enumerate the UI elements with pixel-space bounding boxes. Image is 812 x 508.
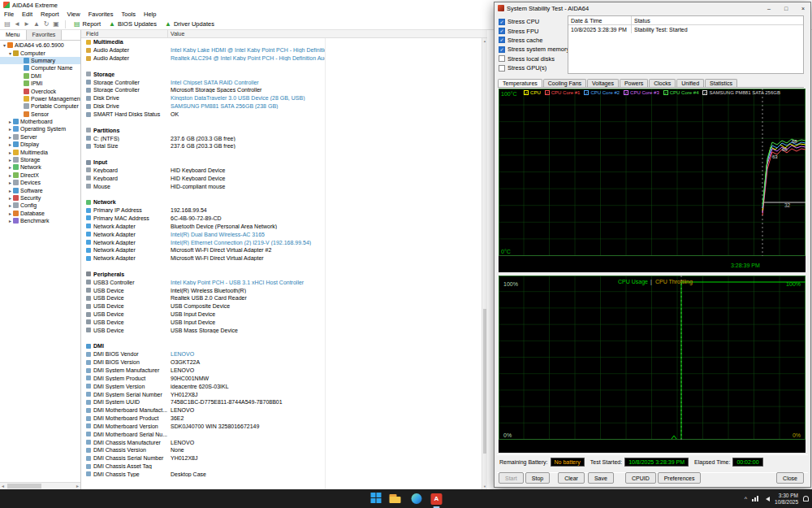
tree-item-motherboard[interactable]: ▸Motherboard (0, 118, 80, 125)
print-icon[interactable]: ▣ (51, 20, 61, 28)
collapsed-icon[interactable]: ▸ (7, 195, 13, 201)
table-row[interactable]: Audio AdapterRealtek ALC294 @ Intel Kaby… (81, 54, 482, 63)
tray-chevron-icon[interactable]: ^ (745, 496, 747, 501)
stress-option-stress-cache[interactable]: ✓Stress cache (499, 36, 569, 45)
table-row[interactable]: DMI Chassis Asset Tag (81, 462, 482, 471)
menu-view[interactable]: View (63, 11, 84, 18)
tree-item-multimedia[interactable]: ▸Multimedia (0, 148, 80, 155)
tree-item-software[interactable]: ▸Software (0, 186, 80, 193)
value-cell[interactable]: Kingston DataTraveler 3.0 USB Device (28… (168, 95, 325, 101)
table-row[interactable]: Network AdapterIntel(R) Dual Band Wirele… (81, 230, 482, 238)
tree-item-directx[interactable]: ▸DirectX (0, 172, 80, 179)
table-row[interactable]: MouseHID-compliant mouse (81, 182, 482, 190)
table-row[interactable]: Disk DriveKingston DataTraveler 3.0 USB … (81, 94, 482, 102)
table-row[interactable]: DMI System UUID7458C1BC-D775E811-8744A54… (81, 398, 482, 406)
legend-checkbox-icon[interactable]: ✓ (524, 90, 529, 95)
legend-checkbox-icon[interactable]: ✓ (584, 90, 589, 95)
table-row[interactable]: DMI System ManufacturerLENOVO (81, 367, 482, 375)
table-row[interactable]: DMI Motherboard VersionSDK0J40700 WIN 32… (81, 423, 482, 431)
stress-option-stress-system-memory[interactable]: ✓Stress system memory (499, 45, 569, 54)
toolbar-driver-updates-button[interactable]: ▲Driver Updates (161, 20, 218, 28)
legend-checkbox-icon[interactable]: ✓ (663, 90, 668, 95)
file-icon[interactable]: ▤ (2, 20, 12, 28)
tree-item-operating-system[interactable]: ▸Operating System (0, 125, 80, 132)
table-row[interactable]: C: (NTFS)237.6 GB (203.3 GB free) (81, 134, 482, 142)
tree-item-computer[interactable]: ▾Computer (0, 49, 80, 56)
toolbar-bios-updates-button[interactable]: ▲BIOS Updates (105, 20, 161, 28)
table-row[interactable]: Total Size237.6 GB (203.3 GB free) (81, 142, 482, 150)
checkbox-checked-icon[interactable]: ✓ (499, 37, 505, 43)
tree-item-database[interactable]: ▸Database (0, 210, 80, 217)
table-row[interactable]: USB DeviceUSB Input Device (81, 319, 482, 327)
menu-favorites[interactable]: Favorites (84, 11, 118, 18)
legend-checkbox-icon[interactable]: ✓ (702, 90, 707, 95)
tree-item-display[interactable]: ▸Display (0, 141, 80, 148)
value-cell[interactable]: Intel Kaby Lake HDMI @ Intel Kaby Point … (168, 47, 325, 53)
table-row[interactable]: Network AdapterBluetooth Device (Persona… (81, 222, 482, 230)
start-taskbar-icon[interactable] (369, 493, 382, 506)
table-row[interactable]: USB DeviceRealtek USB 2.0 Card Reader (81, 294, 482, 302)
cpuid-button[interactable]: CPUID (625, 472, 656, 484)
table-row[interactable]: USB DeviceUSB Mass Storage Device (81, 326, 482, 334)
table-row[interactable]: USB3 ControllerIntel Kaby Point PCH - US… (81, 278, 482, 286)
table-row[interactable]: DMI Motherboard Manufact...LENOVO (81, 406, 482, 415)
volume-icon[interactable] (763, 497, 770, 501)
value-column-header[interactable]: Value (168, 30, 487, 37)
table-row[interactable]: Network AdapterIntel(R) Ethernet Connect… (81, 238, 482, 246)
table-row[interactable]: SMART Hard Disks StatusOK (81, 111, 482, 119)
collapsed-icon[interactable]: ▸ (7, 202, 13, 208)
collapsed-icon[interactable]: ▸ (7, 211, 13, 216)
value-cell[interactable]: Intel(R) Dual Band Wireless-AC 3165 (168, 232, 325, 237)
tree-item-aida64-v6-60-5900[interactable]: ▾AIDA64 v6.60.5900 (0, 41, 80, 49)
collapsed-icon[interactable]: ▸ (7, 218, 13, 224)
stress-option-stress-cpu[interactable]: ✓Stress CPU (499, 17, 569, 26)
stress-option-stress-gpu-s[interactable]: Stress GPU(s) (499, 63, 569, 72)
table-row[interactable]: DMI System Serial NumberYH012X8J (81, 390, 482, 398)
table-row[interactable]: Storage ControllerIntel Chipset SATA RAI… (81, 78, 482, 86)
scrollbar-thumb[interactable] (7, 484, 41, 488)
collapsed-icon[interactable]: ▸ (7, 119, 13, 124)
up-icon[interactable]: ▲ (32, 20, 41, 28)
table-row[interactable]: DMI System Product90HC001NMW (81, 374, 482, 382)
table-row[interactable]: Audio AdapterIntel Kaby Lake HDMI @ Inte… (81, 46, 482, 54)
tab-powers[interactable]: Powers (620, 79, 648, 87)
value-cell[interactable]: SAMSUNG PM881 SATA 256GB (238 GB) (168, 103, 325, 109)
notification-bell-icon[interactable] (803, 496, 809, 501)
table-row[interactable]: DMI Chassis Serial NumberYH012X8J (81, 454, 482, 462)
scroll-down-icon[interactable]: ▼ (482, 484, 487, 488)
sidebar-tab-favorites[interactable]: Favorites (27, 30, 63, 40)
scrollbar-thumb[interactable] (483, 309, 486, 454)
collapsed-icon[interactable]: ▸ (7, 164, 13, 170)
value-cell[interactable]: Intel Kaby Point PCH - USB 3.1 xHCI Host… (168, 280, 325, 285)
expanded-icon[interactable]: ▾ (7, 50, 13, 56)
file-explorer-taskbar-icon[interactable] (390, 493, 403, 506)
tab-statistics[interactable]: Statistics (705, 79, 737, 87)
maximize-button[interactable]: □ (779, 3, 793, 14)
tree-item-overclock[interactable]: Overclock (0, 87, 80, 94)
collapsed-icon[interactable]: ▸ (7, 141, 13, 147)
sidebar-horizontal-scrollbar[interactable]: ◄ ► (0, 482, 80, 489)
table-row[interactable]: KeyboardHID Keyboard Device (81, 167, 482, 175)
collapsed-icon[interactable]: ▸ (7, 150, 13, 155)
menu-file[interactable]: File (0, 11, 18, 18)
tree-item-security[interactable]: ▸Security (0, 194, 80, 202)
preferences-button[interactable]: Preferences (658, 472, 702, 484)
sidebar-tab-menu[interactable]: Menu (0, 30, 27, 40)
legend-item-samsung-pm881-sata-256gb[interactable]: ✓SAMSUNG PM881 SATA 256GB (702, 90, 780, 95)
menu-edit[interactable]: Edit (18, 11, 37, 18)
table-row[interactable]: DMI Motherboard Serial Nu... (81, 430, 482, 438)
table-row[interactable]: DMI Motherboard Product36E2 (81, 415, 482, 423)
tray-clock[interactable]: 3:30 PM 10/8/2025 (775, 493, 798, 505)
vertical-scrollbar[interactable]: ▲ ▼ (482, 38, 487, 489)
table-row[interactable]: DMI Chassis TypeDesktop Case (81, 471, 482, 479)
legend-item-cpu[interactable]: ✓CPU (524, 90, 541, 95)
value-cell[interactable]: Intel(R) Ethernet Connection (2) I219-V … (168, 240, 325, 245)
checkbox-unchecked-icon[interactable] (499, 55, 505, 62)
collapsed-icon[interactable]: ▸ (7, 134, 13, 140)
refresh-icon[interactable]: ↻ (41, 20, 51, 28)
minimize-button[interactable]: – (762, 3, 776, 14)
tab-cooling-fans[interactable]: Cooling Fans (543, 79, 586, 87)
forward-icon[interactable]: ► (22, 20, 32, 28)
legend-item-cpu-core-1[interactable]: ✓CPU Core #1 (545, 90, 581, 95)
close-icon[interactable]: × (796, 3, 810, 14)
